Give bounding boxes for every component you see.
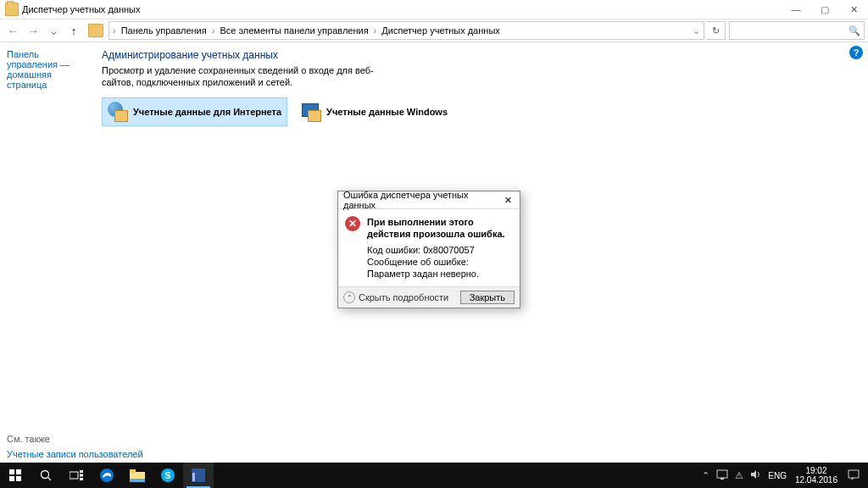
breadcrumb-item[interactable]: Все элементы панели управления: [216, 25, 371, 36]
help-button[interactable]: ?: [849, 46, 863, 59]
sidebar: Панель управления — домашняя страница См…: [0, 42, 98, 464]
nav-toolbar: ← → ⌄ ↑ › Панель управления › Все элемен…: [0, 19, 868, 42]
dialog-title: Ошибка диспетчера учетных данных: [343, 190, 501, 210]
dialog-footer: ⌃ Скрыть подробности Закрыть: [338, 286, 520, 308]
dialog-body: ✕ При выполнении этого действия произошл…: [338, 209, 520, 286]
sidebar-bottom: См. также Учетные записи пользователей: [7, 434, 143, 459]
svg-rect-8: [80, 474, 83, 477]
svg-rect-19: [721, 478, 724, 480]
forward-button[interactable]: →: [24, 21, 42, 40]
svg-rect-3: [16, 476, 21, 481]
clock[interactable]: 19:02 12.04.2016: [790, 466, 843, 485]
search-icon: 🔍: [849, 25, 860, 36]
web-credentials-label: Учетные данные для Интернета: [133, 107, 281, 117]
up-button[interactable]: ↑: [64, 21, 83, 40]
breadcrumb-item[interactable]: Диспетчер учетных данных: [378, 25, 504, 36]
close-button[interactable]: ✕: [839, 0, 868, 19]
skype-taskbar-icon[interactable]: S: [153, 463, 183, 488]
refresh-button[interactable]: ↻: [706, 21, 726, 40]
edge-taskbar-icon[interactable]: [92, 463, 122, 488]
error-text: При выполнении этого действия произошла …: [367, 216, 513, 280]
windows-credentials-tile[interactable]: Учетные данные Windows: [296, 97, 453, 126]
svg-marker-20: [751, 470, 756, 479]
credential-tiles: Учетные данные для Интернета Учетные дан…: [102, 97, 868, 126]
error-line2: Код ошибки: 0x80070057: [367, 244, 513, 256]
error-line3: Сообщение об ошибке: Параметр задан неве…: [367, 256, 513, 280]
window-titlebar: Диспетчер учетных данных — ▢ ✕: [0, 0, 868, 19]
svg-point-4: [41, 470, 48, 478]
file-explorer-taskbar-icon[interactable]: [122, 463, 153, 488]
minimize-button[interactable]: —: [782, 0, 810, 19]
web-credentials-tile[interactable]: Учетные данные для Интернета: [102, 97, 287, 126]
breadcrumb-item[interactable]: Панель управления: [118, 25, 210, 36]
svg-rect-17: [192, 473, 195, 481]
task-view-button[interactable]: [61, 463, 92, 488]
window-title: Диспетчер учетных данных: [22, 4, 141, 14]
clock-date: 12.04.2016: [795, 475, 837, 485]
dialog-close-x[interactable]: ✕: [501, 193, 515, 207]
recent-dropdown[interactable]: ⌄: [44, 21, 63, 40]
user-accounts-link[interactable]: Учетные записи пользователей: [7, 449, 143, 459]
path-folder-icon: [88, 24, 103, 37]
breadcrumb-sep: ›: [210, 25, 217, 36]
svg-rect-9: [80, 478, 83, 480]
volume-icon[interactable]: [748, 469, 765, 481]
maximize-button[interactable]: ▢: [810, 0, 839, 19]
breadcrumb-dropdown-icon[interactable]: ⌄: [691, 25, 702, 36]
error-line1: При выполнении этого действия произошла …: [367, 216, 513, 241]
dialog-titlebar[interactable]: Ошибка диспетчера учетных данных ✕: [338, 191, 520, 209]
chevron-up-icon: ⌃: [343, 291, 355, 303]
language-indicator[interactable]: ENG: [765, 471, 790, 480]
breadcrumb-sep: ›: [372, 25, 379, 36]
taskbar: S ⌃ ⚠ ENG 19:02 12.04.2016: [0, 463, 868, 488]
window-controls: — ▢ ✕: [782, 0, 868, 19]
hide-details-label: Скрыть подробности: [359, 292, 448, 302]
svg-text:S: S: [164, 470, 170, 480]
windows-credentials-label: Учетные данные Windows: [326, 107, 448, 117]
active-app-taskbar-icon[interactable]: [183, 463, 214, 488]
folder-icon: [5, 3, 19, 16]
svg-rect-12: [130, 469, 136, 473]
search-button[interactable]: [31, 463, 61, 488]
hide-details-button[interactable]: ⌃ Скрыть подробности: [343, 291, 448, 303]
svg-rect-18: [717, 470, 727, 478]
web-credentials-icon: [108, 102, 128, 122]
svg-line-5: [47, 477, 51, 480]
error-dialog: Ошибка диспетчера учетных данных ✕ ✕ При…: [337, 191, 520, 308]
clock-time: 19:02: [795, 466, 837, 475]
svg-rect-13: [130, 479, 145, 482]
svg-rect-21: [849, 470, 859, 478]
dialog-close-button[interactable]: Закрыть: [460, 291, 515, 304]
start-button[interactable]: [0, 463, 31, 488]
svg-rect-7: [80, 470, 83, 473]
breadcrumb-sep: ›: [111, 25, 118, 36]
address-bar[interactable]: › Панель управления › Все элементы панел…: [108, 21, 704, 40]
page-description: Просмотр и удаление сохраненных сведений…: [102, 64, 390, 89]
network-icon[interactable]: [714, 469, 731, 481]
svg-rect-2: [9, 476, 14, 481]
back-button[interactable]: ←: [3, 21, 22, 40]
windows-credentials-icon: [301, 102, 321, 122]
action-warning-icon[interactable]: ⚠: [731, 470, 748, 481]
svg-rect-6: [70, 472, 78, 479]
system-tray: ⌃ ⚠ ENG 19:02 12.04.2016: [697, 463, 868, 488]
svg-rect-0: [9, 469, 14, 474]
control-panel-home-link[interactable]: Панель управления — домашняя страница: [7, 49, 92, 90]
see-also-label: См. также: [7, 434, 143, 444]
search-input[interactable]: 🔍: [729, 21, 865, 40]
notifications-button[interactable]: [843, 463, 865, 488]
error-icon: ✕: [345, 216, 360, 231]
page-heading: Администрирование учетных данных: [102, 49, 868, 61]
tray-overflow-icon[interactable]: ⌃: [697, 470, 714, 481]
svg-rect-1: [16, 469, 21, 474]
